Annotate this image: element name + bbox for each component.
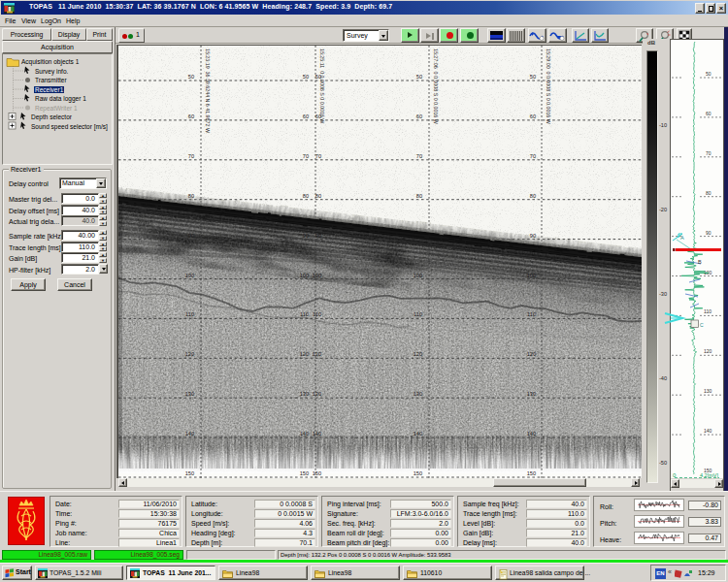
svg-text:70: 70: [416, 153, 422, 159]
svg-text:150: 150: [527, 470, 536, 476]
svg-text:80: 80: [303, 193, 309, 199]
svg-text:70: 70: [706, 150, 711, 156]
svg-text:90: 90: [188, 233, 194, 239]
svg-text:120: 120: [313, 351, 321, 357]
svg-text:130: 130: [185, 391, 194, 397]
svg-text:80: 80: [530, 193, 536, 199]
svg-text:C: C: [700, 322, 704, 328]
svg-text:110: 110: [300, 311, 309, 317]
svg-text:15:25:11 0 0.0008 S 0 0.0016: 15:25:11 0 0.0008 S 0 0.0016 W: [319, 48, 325, 123]
svg-text:140: 140: [313, 431, 321, 436]
svg-text:150: 150: [414, 470, 422, 476]
svg-text:100: 100: [704, 270, 712, 275]
svg-text:120: 120: [414, 351, 422, 357]
svg-text:15:27:06 0 0.0008 S 0 0.0016: 15:27:06 0 0.0008 S 0 0.0016 W: [433, 48, 439, 124]
svg-text:80: 80: [706, 190, 711, 196]
svg-text:50: 50: [303, 74, 309, 80]
svg-text:B: B: [698, 259, 702, 265]
svg-text:100: 100: [300, 273, 309, 278]
svg-text:80: 80: [416, 193, 422, 199]
svg-text:70: 70: [315, 153, 321, 159]
svg-text:90: 90: [315, 233, 321, 239]
svg-text:100: 100: [313, 273, 321, 278]
svg-text:140: 140: [704, 428, 712, 434]
svg-text:60: 60: [188, 113, 194, 119]
svg-text:A: A: [680, 235, 684, 241]
svg-text:120: 120: [300, 351, 309, 357]
svg-text:150: 150: [300, 470, 309, 476]
svg-text:120: 120: [527, 351, 536, 357]
svg-text:15:23:19 36 39.6244 N 6 41.98: 15:23:19 36 39.6244 N 6 41.9872 W: [205, 48, 211, 133]
svg-text:90: 90: [706, 230, 711, 236]
svg-text:50: 50: [416, 74, 422, 80]
svg-text:60: 60: [530, 113, 536, 119]
svg-text:100: 100: [414, 273, 422, 278]
svg-text:60: 60: [416, 113, 422, 119]
svg-text:100: 100: [527, 273, 536, 278]
svg-text:50: 50: [706, 71, 711, 77]
svg-text:80: 80: [315, 193, 321, 199]
svg-text:70: 70: [303, 153, 309, 159]
svg-text:110: 110: [527, 311, 536, 317]
svg-text:60: 60: [706, 111, 711, 116]
svg-text:0: 0: [673, 472, 677, 478]
svg-text:110: 110: [704, 308, 711, 314]
svg-text:70: 70: [530, 153, 536, 159]
svg-text:140: 140: [185, 431, 194, 436]
svg-text:150: 150: [313, 470, 321, 476]
svg-text:140: 140: [300, 431, 309, 436]
svg-text:140: 140: [414, 431, 422, 436]
svg-text:150: 150: [185, 470, 194, 476]
svg-text:130: 130: [704, 388, 712, 394]
svg-text:110: 110: [313, 311, 321, 317]
svg-text:130: 130: [414, 391, 422, 397]
svg-text:100: 100: [185, 273, 194, 278]
svg-text:70: 70: [188, 153, 194, 159]
svg-text:110: 110: [185, 311, 194, 317]
svg-text:130: 130: [313, 391, 321, 397]
svg-text:110: 110: [414, 311, 422, 317]
svg-text:60: 60: [303, 113, 309, 119]
svg-text:130: 130: [527, 391, 536, 397]
svg-text:140: 140: [527, 431, 536, 436]
svg-text:90: 90: [303, 233, 309, 239]
svg-text:4.2[mV]: 4.2[mV]: [700, 472, 718, 478]
svg-text:15:29:00 0 0.0008 S 0 0.0016: 15:29:00 0 0.0008 S 0 0.0016 W: [546, 48, 551, 124]
svg-text:50: 50: [188, 74, 194, 80]
svg-text:50: 50: [530, 74, 536, 80]
svg-text:120: 120: [704, 348, 712, 354]
svg-text:120: 120: [185, 351, 194, 357]
svg-text:130: 130: [300, 391, 309, 397]
